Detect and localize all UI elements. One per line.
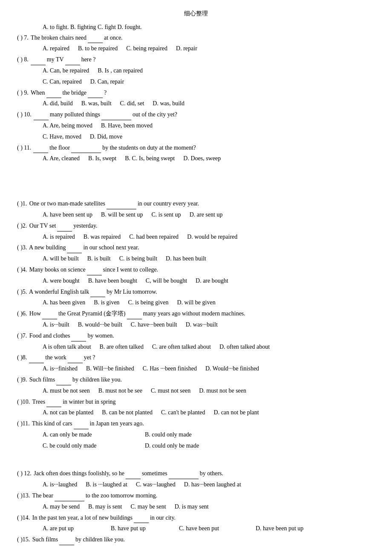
q2-6: ( )6. How the Great Pyramid (金字塔) many y… <box>17 309 375 330</box>
q2-3: ( )3. A new building in our school next … <box>17 243 375 264</box>
q2-2: ( )2. Our TV set yesterday. A. is repair… <box>17 221 375 242</box>
q2-1: ( )1. One or two man-made satellites in … <box>17 199 375 220</box>
question-pre: A. to fight. B. fighting C. fight D. fou… <box>17 22 375 32</box>
q2-7: ( )7. Food and clothes by women. A is of… <box>17 331 375 352</box>
q2-11: ( )11. This kind of cars in Japan ten ye… <box>17 419 375 451</box>
q3-12: ( ) 12. Jack often does things foolishly… <box>17 468 375 490</box>
q2-4: ( )4. Many books on science since I went… <box>17 265 375 286</box>
section3: ( ) 12. Jack often does things foolishly… <box>17 468 375 545</box>
question-7: ( ) 7. The broken chairs need at once. A… <box>17 33 375 54</box>
question-10: ( ) 10. many polluted things out of the … <box>17 110 375 142</box>
q2-10: ( )10. Trees in winter but in spring A. … <box>17 397 375 418</box>
question-11: ( ) 11. the floor by the students on dut… <box>17 143 375 164</box>
q3-13: ( )13. The bear to the zoo tomorrow morn… <box>17 491 375 512</box>
q2-9: ( )9. Such films by children like you. A… <box>17 375 375 396</box>
q2-5: ( )5. A wonderful English talk by Mr Liu… <box>17 287 375 308</box>
q3-14: ( )14. In the past ten year, a lot of ne… <box>17 513 375 534</box>
question-9: ( ) 9. When the bridge ? A. did, build B… <box>17 88 375 109</box>
page-header: 细心整理 <box>17 9 375 19</box>
q3-15: ( )15. Such films by children like you. <box>17 535 375 545</box>
question-8: ( ) 8. my TV here ? A. Can, be repaired … <box>17 55 375 87</box>
q2-8: ( )8. the work yet ? A. is···finished B.… <box>17 353 375 374</box>
section1: A. to fight. B. fighting C. fight D. fou… <box>17 22 375 164</box>
section2: ( )1. One or two man-made satellites in … <box>17 199 375 451</box>
